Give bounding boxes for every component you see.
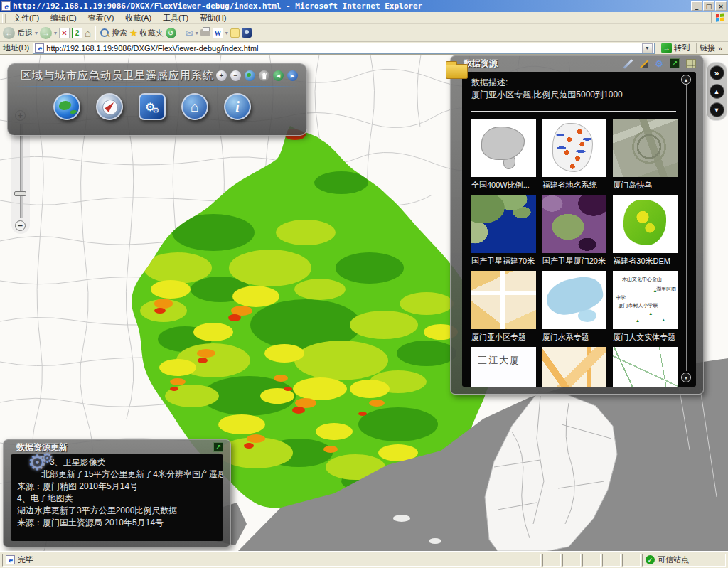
- resource-item[interactable]: 三江大厦: [471, 347, 536, 387]
- resource-item[interactable]: 全国400W比例...: [471, 119, 536, 189]
- measure-line-icon[interactable]: [623, 58, 633, 68]
- tools-button[interactable]: ⚙⚙: [139, 93, 166, 120]
- scroll-down-button[interactable]: ▼: [681, 373, 691, 382]
- edit-with-word-icon[interactable]: W: [213, 28, 223, 38]
- stop-icon[interactable]: ✕: [59, 28, 70, 38]
- thumbnail-image[interactable]: [542, 195, 607, 253]
- menu-help[interactable]: 帮助(H): [194, 12, 232, 24]
- mail-icon[interactable]: ✉: [186, 28, 193, 38]
- minimize-button[interactable]: _: [691, 1, 702, 11]
- resource-item[interactable]: 厦门水系专题: [542, 271, 607, 341]
- go-button[interactable]: → 转到: [658, 43, 692, 53]
- address-input[interactable]: e http://192.168.1.19:9086/DXGX/FlexView…: [33, 43, 655, 54]
- resource-item[interactable]: 厦门岛快鸟: [613, 119, 678, 189]
- close-button[interactable]: ×: [715, 1, 727, 11]
- go-label: 转到: [674, 43, 690, 53]
- home-view-button[interactable]: ⌂: [181, 93, 208, 120]
- panel-expand-icon[interactable]: ↗: [670, 58, 680, 68]
- menu-file[interactable]: 文件(F): [8, 12, 45, 24]
- zoom-out-button[interactable]: −: [15, 220, 26, 231]
- scroll-up-button[interactable]: ▲: [681, 75, 691, 85]
- resource-item[interactable]: 厦门亚小区专题: [471, 271, 536, 341]
- resource-item[interactable]: [542, 347, 607, 387]
- favorites-icon[interactable]: ★: [129, 28, 138, 38]
- thumbnail-grid: 全国400W比例... 福建省地名系统 厦门岛快鸟 国产卫星福建70米 国产卫星…: [471, 119, 678, 387]
- thumbnail-image[interactable]: [613, 347, 678, 387]
- restore-button[interactable]: □: [703, 1, 714, 11]
- print-icon[interactable]: [200, 29, 210, 36]
- thumbnail-image[interactable]: 禾山文化中心金山 湖里区图 中学 厦门市树人小学联 ▲ ▲ ▲ ▲: [613, 271, 678, 329]
- forward-dropdown-icon[interactable]: ▾: [54, 30, 57, 36]
- measure-area-icon[interactable]: [639, 59, 648, 68]
- zoom-slider-track[interactable]: [20, 124, 21, 218]
- messenger-icon[interactable]: [242, 28, 252, 38]
- thumbnail-map-text: 禾山文化中心金山: [622, 276, 662, 283]
- map-globe-button[interactable]: [53, 93, 80, 120]
- thumbnail-image[interactable]: [542, 119, 607, 177]
- thumbnail-image[interactable]: [471, 119, 536, 177]
- updates-expand-icon[interactable]: ↗: [213, 442, 223, 452]
- zoom-out-tool-icon[interactable]: −: [230, 70, 241, 81]
- resources-scrollbar[interactable]: ▲ ▼: [681, 75, 692, 382]
- resources-panel-header[interactable]: 数据资源 ⚙ ↗: [451, 56, 703, 70]
- full-extent-icon[interactable]: [245, 70, 255, 81]
- zoom-slider-thumb[interactable]: [14, 191, 26, 196]
- resource-item[interactable]: 禾山文化中心金山 湖里区图 中学 厦门市树人小学联 ▲ ▲ ▲ ▲ 厦门人文实体…: [613, 271, 678, 341]
- favorites-label[interactable]: 收藏夹: [140, 28, 164, 38]
- info-button[interactable]: i: [224, 93, 251, 120]
- menu-edit[interactable]: 编辑(E): [45, 12, 82, 24]
- thumbnail-image[interactable]: [542, 347, 607, 387]
- menu-tools[interactable]: 工具(T): [157, 12, 194, 24]
- search-icon[interactable]: [100, 28, 109, 38]
- pan-hand-icon[interactable]: [259, 70, 269, 81]
- panel-down-button[interactable]: ▼: [710, 102, 724, 117]
- panel-grid-icon[interactable]: [686, 59, 696, 68]
- home-icon[interactable]: ⌂: [85, 27, 91, 39]
- url-page-icon: e: [35, 43, 44, 53]
- mail-dropdown-icon[interactable]: ▾: [196, 30, 198, 36]
- refresh-icon[interactable]: 2: [72, 28, 82, 38]
- back-label[interactable]: 后退: [17, 28, 33, 38]
- address-label: 地址(D): [3, 43, 29, 53]
- marker-triangle-icon: ▲: [636, 318, 640, 323]
- status-done-cell: e 完毕: [2, 554, 541, 567]
- url-text[interactable]: http://192.168.1.19:9086/DXGX/FlexViewer…: [46, 44, 640, 53]
- thumbnail-image[interactable]: [471, 195, 536, 253]
- resource-item[interactable]: 国产卫星福建70米: [471, 195, 536, 265]
- thumbnail-image[interactable]: [613, 119, 678, 177]
- edit-dropdown-icon[interactable]: ▾: [225, 30, 228, 36]
- collapse-panel-button[interactable]: »: [710, 65, 724, 80]
- update-line: 湖边水库更新了3平方公里2000比例尺数据: [17, 505, 217, 517]
- menu-favorites[interactable]: 收藏(A): [119, 12, 157, 24]
- panel-up-button[interactable]: ▲: [710, 84, 724, 99]
- menu-view[interactable]: 查看(V): [82, 12, 120, 24]
- resource-item[interactable]: [613, 347, 678, 387]
- discuss-icon[interactable]: [230, 28, 240, 38]
- thumbnail-map-text: 中学: [616, 294, 626, 301]
- resource-item[interactable]: 国产卫星厦门20米: [542, 195, 607, 265]
- thumbnail-image[interactable]: 三江大厦: [471, 347, 536, 387]
- address-dropdown-icon[interactable]: ▾: [642, 43, 653, 53]
- links-button[interactable]: 链接 »: [696, 43, 725, 53]
- compass-button[interactable]: [96, 93, 123, 120]
- data-updates-panel: 数据资源更新 ↗ ⚙⚙ 3、卫星影像类 北部更新了15平方公里更新了4米分辨率国…: [3, 439, 231, 547]
- thumbnail-image[interactable]: [613, 195, 678, 253]
- back-icon[interactable]: ←: [3, 27, 15, 39]
- panel-nav-stack: » ▲ ▼: [706, 62, 727, 121]
- next-extent-icon[interactable]: ▶: [287, 70, 298, 81]
- history-icon[interactable]: ↺: [166, 28, 176, 38]
- back-dropdown-icon[interactable]: ▾: [35, 30, 38, 36]
- search-label[interactable]: 搜索: [112, 28, 127, 38]
- previous-extent-icon[interactable]: ◀: [273, 70, 284, 81]
- settings-gears-icon[interactable]: ⚙: [655, 59, 663, 68]
- thumbnail-label: 全国400W比例...: [471, 180, 536, 189]
- resource-item[interactable]: 福建省30米DEM: [613, 195, 678, 265]
- thumbnail-image[interactable]: [542, 271, 607, 329]
- status-done-text: 完毕: [18, 554, 33, 565]
- forward-icon[interactable]: →: [40, 27, 52, 39]
- thumbnail-label: 厦门水系专题: [542, 332, 607, 341]
- resource-item[interactable]: 福建省地名系统: [542, 119, 607, 189]
- scrollbar-track[interactable]: [686, 85, 687, 371]
- zoom-in-tool-icon[interactable]: +: [216, 70, 227, 81]
- thumbnail-image[interactable]: [471, 271, 536, 329]
